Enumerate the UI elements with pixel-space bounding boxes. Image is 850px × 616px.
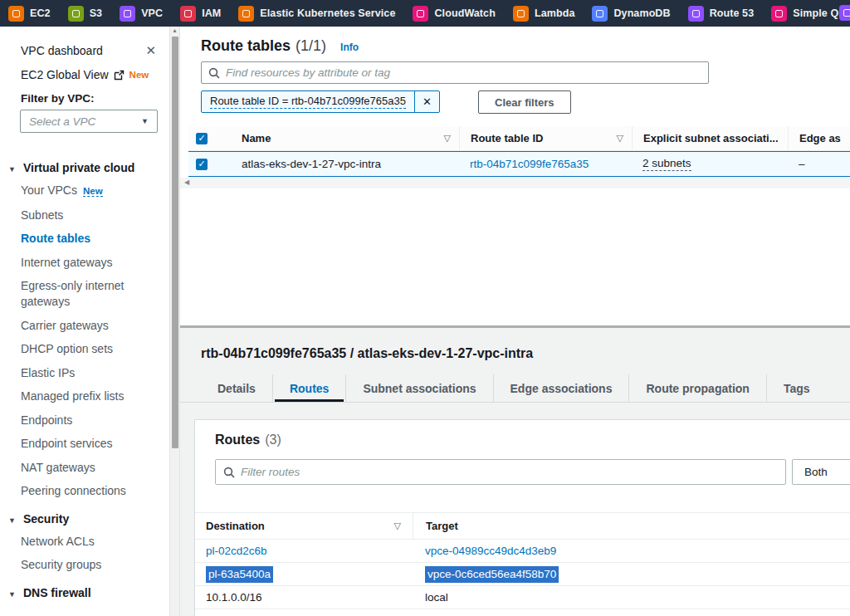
topbar-service-route53[interactable]: Route 53 <box>688 6 755 22</box>
search-input[interactable] <box>226 66 701 79</box>
destination-link[interactable]: pl-63a5400a <box>206 566 273 583</box>
scroll-left-icon[interactable]: ◀ <box>184 178 189 186</box>
column-label: Destination <box>206 520 265 532</box>
scroll-up-icon[interactable]: ▲ <box>170 27 179 33</box>
tab-tags[interactable]: Tags <box>766 374 827 402</box>
table-row[interactable]: ✓ atlas-eks-dev-1-27-vpc-intra rtb-04b71… <box>188 151 850 177</box>
routes-panel: Routes (3) Both Destination▽ Target pl-0… <box>194 419 850 616</box>
resource-search-box[interactable] <box>201 61 709 84</box>
scrollbar-thumb[interactable] <box>172 37 178 448</box>
sidebar-item-route-tables[interactable]: Route tables <box>0 231 154 247</box>
close-icon[interactable]: ✕ <box>145 43 156 58</box>
vpc-select[interactable]: Select a VPC ▼ <box>20 110 158 133</box>
ec2-icon <box>8 6 24 22</box>
sidebar-item-network-acls[interactable]: Network ACLs <box>0 534 154 550</box>
route-table-id-link[interactable]: rtb-04b71c099fe765a35 <box>470 158 589 170</box>
horizontal-scrollbar[interactable]: ◀ <box>180 178 850 188</box>
tab-subnet-associations[interactable]: Subnet associations <box>345 374 492 402</box>
column-label: Explicit subnet associati... <box>643 132 779 144</box>
topbar-service-label: IAM <box>202 7 221 19</box>
subnet-associations-link[interactable]: 2 subnets <box>642 157 691 171</box>
filter-token[interactable]: Route table ID = rtb-04b71c099fe765a35 ✕ <box>201 90 440 113</box>
topbar-service-ec2[interactable]: EC2 <box>8 6 51 22</box>
column-header-explicit-subnet-associations[interactable]: Explicit subnet associati... <box>632 126 788 150</box>
routes-filter-box[interactable] <box>215 459 786 485</box>
sidebar-item-vpc-dashboard[interactable]: VPC dashboard <box>21 44 103 57</box>
external-link-icon <box>114 70 125 81</box>
row-checkbox[interactable]: ✓ <box>196 159 208 170</box>
info-link[interactable]: Info <box>340 42 359 53</box>
tab-details[interactable]: Details <box>201 374 272 402</box>
filter-by-vpc-label: Filter by VPC: <box>21 92 95 105</box>
topbar-service-label: DynamoDB <box>613 7 670 19</box>
route-row[interactable]: pl-02cd2c6b vpce-04989cc49dc4d3eb9 <box>195 540 850 563</box>
sidebar-item-subnets[interactable]: Subnets <box>0 208 154 223</box>
topbar-service-dynamodb[interactable]: DynamoDB <box>592 6 670 22</box>
eks-icon <box>238 6 254 22</box>
target-value: local <box>413 591 850 604</box>
column-header-edge-associations[interactable]: Edge as <box>788 126 850 150</box>
section-virtual-private-cloud[interactable]: ▼ Virtual private cloud <box>0 156 169 179</box>
column-header-destination[interactable]: Destination▽ <box>195 513 413 539</box>
topbar-service-lambda[interactable]: Lambda <box>513 6 575 22</box>
sidebar-item-internet-gateways[interactable]: Internet gateways <box>0 255 154 271</box>
sidebar-item-your-vpcs[interactable]: Your VPCsNew <box>0 183 154 199</box>
sidebar-item-elastic-ips[interactable]: Elastic IPs <box>0 365 154 381</box>
sidebar-item-endpoints[interactable]: Endpoints <box>0 413 154 428</box>
sidebar-item-endpoint-services[interactable]: Endpoint services <box>0 436 154 452</box>
topbar-service-partial[interactable] <box>839 5 850 21</box>
sort-icon[interactable]: ▽ <box>394 521 401 531</box>
target-link[interactable]: vpce-04989cc49dc4d3eb9 <box>425 545 556 557</box>
column-label: Target <box>426 520 458 532</box>
sidebar-item-managed-prefix-lists[interactable]: Managed prefix lists <box>0 389 154 404</box>
tab-routes[interactable]: Routes <box>272 374 345 402</box>
sidebar-item-security-groups[interactable]: Security groups <box>0 557 154 573</box>
iam-icon <box>180 6 196 22</box>
favorites-bar: EC2 S3 VPC IAM Elastic Kubernetes Servic… <box>0 0 850 27</box>
route-tables-main: Route tables (1/1) Info Route table ID =… <box>180 27 850 616</box>
column-label: Route table ID <box>471 132 543 144</box>
topbar-service-iam[interactable]: IAM <box>180 6 221 22</box>
sidebar-item-ec2-global-view[interactable]: EC2 Global View New <box>21 68 149 81</box>
topbar-service-eks[interactable]: Elastic Kubernetes Service <box>238 6 395 22</box>
route-type-select[interactable]: Both <box>792 459 850 485</box>
target-link[interactable]: vpce-0c6ced56ea4f58b70 <box>425 566 559 583</box>
topbar-service-cloudwatch[interactable]: CloudWatch <box>413 6 495 22</box>
route-row-selected-text[interactable]: pl-63a5400a vpce-0c6ced56ea4f58b70 <box>195 563 850 586</box>
sidebar-scrollbar[interactable]: ▲ <box>169 27 180 616</box>
destination-link[interactable]: pl-02cd2c6b <box>206 545 267 557</box>
clear-filters-button[interactable]: Clear filters <box>478 90 571 114</box>
sort-icon[interactable]: ▽ <box>617 133 623 144</box>
remove-filter-icon[interactable]: ✕ <box>414 91 439 112</box>
topbar-service-label: EC2 <box>30 7 51 19</box>
topbar-service-sqs[interactable]: Simple Queue Service <box>771 6 850 22</box>
sidebar-item-dhcp-option-sets[interactable]: DHCP option sets <box>0 341 154 357</box>
topbar-service-label: VPC <box>141 7 163 19</box>
routes-panel-title: Routes <box>215 433 260 447</box>
sidebar-item-egress-only-internet-gateways[interactable]: Egress-only internet gateways <box>0 278 154 310</box>
sidebar-item-label: Your VPCs <box>21 183 77 197</box>
sqs-icon <box>771 6 787 22</box>
section-title: Security <box>23 512 69 526</box>
tab-route-propagation[interactable]: Route propagation <box>628 374 765 402</box>
section-dns-firewall[interactable]: ▼ DNS firewall <box>0 581 169 604</box>
triangle-down-icon: ▼ <box>8 165 16 174</box>
column-header-name[interactable]: Name▽ <box>228 126 459 150</box>
routes-filter-input[interactable] <box>241 466 778 478</box>
tab-edge-associations[interactable]: Edge associations <box>493 374 629 402</box>
route-row[interactable]: 10.1.0.0/16 local <box>195 586 850 609</box>
topbar-service-label: Route 53 <box>710 7 755 19</box>
s3-icon <box>68 6 84 22</box>
topbar-service-s3[interactable]: S3 <box>68 6 103 22</box>
sidebar-item-nat-gateways[interactable]: NAT gateways <box>0 460 154 476</box>
filter-token-label: Route table ID = rtb-04b71c099fe765a35 <box>210 95 406 109</box>
column-header-target[interactable]: Target <box>413 513 850 539</box>
sort-icon[interactable]: ▽ <box>444 133 451 144</box>
section-security[interactable]: ▼ Security <box>0 507 169 530</box>
route-table-details-pane: rtb-04b71c099fe765a35 / atlas-eks-dev-1-… <box>180 328 850 616</box>
sidebar-item-peering-connections[interactable]: Peering connections <box>0 483 154 499</box>
sidebar-item-carrier-gateways[interactable]: Carrier gateways <box>0 318 154 334</box>
select-all-checkbox[interactable]: ✓ <box>196 133 208 144</box>
column-header-route-table-id[interactable]: Route table ID▽ <box>459 126 632 150</box>
topbar-service-vpc[interactable]: VPC <box>120 6 163 22</box>
